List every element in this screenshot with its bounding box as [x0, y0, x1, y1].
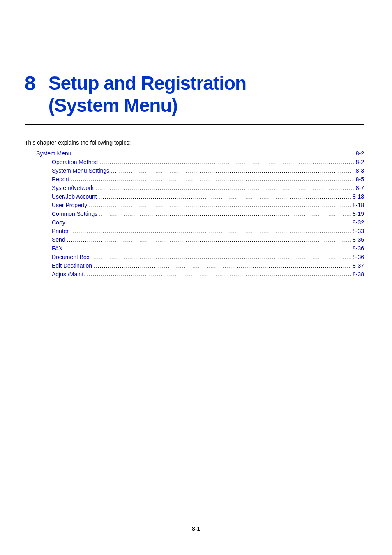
- toc-entry-label: Adjust/Maint.: [52, 270, 85, 279]
- toc-entry-label: Copy: [52, 218, 65, 227]
- toc-link[interactable]: Document Box: [52, 254, 90, 260]
- toc-link[interactable]: System/Network: [52, 185, 94, 191]
- toc-entry: Operation Method8-2: [25, 158, 364, 166]
- toc-entry: System Menu8-2: [25, 149, 364, 158]
- toc-page-link[interactable]: 8-19: [353, 210, 364, 217]
- toc-page-link[interactable]: 8-37: [353, 262, 364, 269]
- toc-leader-dots: [87, 201, 351, 210]
- toc-entry: User Property8-18: [25, 201, 364, 210]
- toc-entry-page: 8-2: [354, 158, 364, 166]
- toc-leader-dots: [71, 149, 354, 158]
- toc-entry-page: 8-37: [351, 261, 364, 270]
- chapter-title-line2: (System Menu): [48, 95, 178, 116]
- toc-link[interactable]: Edit Destination: [52, 262, 92, 269]
- toc-entry: Send8-35: [25, 236, 364, 244]
- toc-page-link[interactable]: 8-3: [356, 167, 364, 174]
- toc-entry-page: 8-32: [351, 218, 364, 227]
- toc-page-link[interactable]: 8-2: [356, 150, 364, 157]
- toc-entry-label: Send: [52, 236, 65, 244]
- toc-leader-dots: [97, 192, 351, 201]
- toc-entry-label: User Property: [52, 201, 87, 210]
- toc-entry-label: Printer: [52, 227, 69, 236]
- toc-leader-dots: [94, 184, 354, 192]
- toc-leader-dots: [69, 175, 354, 184]
- toc-link[interactable]: System Menu: [36, 150, 71, 157]
- toc-page-link[interactable]: 8-18: [353, 202, 364, 208]
- toc-link[interactable]: FAX: [52, 245, 62, 252]
- toc-page-link[interactable]: 8-38: [353, 271, 364, 278]
- toc-entry: Common Settings8-19: [25, 210, 364, 218]
- toc-page-link[interactable]: 8-33: [353, 228, 364, 234]
- chapter-title-line1: Setup and Registration: [48, 72, 246, 94]
- toc-entry-page: 8-3: [354, 166, 364, 175]
- toc-leader-dots: [65, 218, 351, 227]
- toc-leader-dots: [98, 158, 354, 166]
- toc-page-link[interactable]: 8-18: [353, 193, 364, 200]
- toc-entry: Printer8-33: [25, 227, 364, 236]
- toc-entry-label: User/Job Account: [52, 192, 97, 201]
- chapter-heading: 8 Setup and Registration (System Menu): [25, 72, 364, 117]
- toc-leader-dots: [97, 210, 351, 218]
- toc-entry: Document Box8-36: [25, 253, 364, 261]
- toc-entry: Adjust/Maint.8-38: [25, 270, 364, 279]
- toc-page-link[interactable]: 8-2: [356, 159, 364, 165]
- toc-entry-label: Operation Method: [52, 158, 98, 166]
- toc-entry-page: 8-19: [351, 210, 364, 218]
- toc-link[interactable]: User Property: [52, 202, 87, 208]
- toc-page-link[interactable]: 8-36: [353, 254, 364, 260]
- toc-page-link[interactable]: 8-5: [356, 176, 364, 183]
- toc-leader-dots: [62, 244, 351, 253]
- toc-leader-dots: [109, 166, 354, 175]
- toc-entry-page: 8-36: [351, 253, 364, 261]
- toc-link[interactable]: Send: [52, 236, 65, 243]
- toc-entry: Copy8-32: [25, 218, 364, 227]
- toc-entry-label: System/Network: [52, 184, 94, 192]
- toc-entry-page: 8-2: [354, 149, 364, 158]
- toc-link[interactable]: Common Settings: [52, 210, 97, 217]
- toc-entry-label: Common Settings: [52, 210, 97, 218]
- toc-page-link[interactable]: 8-35: [353, 236, 364, 243]
- toc-entry-page: 8-7: [354, 184, 364, 192]
- toc-entry-page: 8-5: [354, 175, 364, 184]
- intro-text: This chapter explains the following topi…: [25, 139, 364, 146]
- toc-entry-label: Report: [52, 175, 69, 184]
- toc-link[interactable]: Copy: [52, 219, 65, 226]
- toc-link[interactable]: Report: [52, 176, 69, 183]
- toc-entry: System/Network8-7: [25, 184, 364, 192]
- toc-entry-label: FAX: [52, 244, 62, 253]
- toc-leader-dots: [90, 253, 351, 261]
- toc-entry-label: Document Box: [52, 253, 90, 261]
- toc-entry-label: System Menu Settings: [52, 166, 109, 175]
- page-number: 8-1: [0, 525, 392, 532]
- toc-entry-page: 8-35: [351, 236, 364, 244]
- toc-link[interactable]: Adjust/Maint.: [52, 271, 85, 278]
- toc-entry-label: System Menu: [36, 149, 71, 158]
- toc-page-link[interactable]: 8-36: [353, 245, 364, 252]
- toc-entry-page: 8-18: [351, 201, 364, 210]
- toc-entry: Edit Destination8-37: [25, 261, 364, 270]
- toc-leader-dots: [85, 270, 351, 279]
- toc-entry: User/Job Account8-18: [25, 192, 364, 201]
- chapter-title: Setup and Registration (System Menu): [48, 72, 246, 117]
- toc-page-link[interactable]: 8-7: [356, 185, 364, 191]
- table-of-contents: System Menu8-2Operation Method8-2System …: [25, 149, 364, 279]
- toc-leader-dots: [69, 227, 351, 236]
- toc-entry: FAX8-36: [25, 244, 364, 253]
- toc-entry: System Menu Settings8-3: [25, 166, 364, 175]
- toc-leader-dots: [65, 236, 351, 244]
- toc-entry-page: 8-36: [351, 244, 364, 253]
- toc-page-link[interactable]: 8-32: [353, 219, 364, 226]
- toc-link[interactable]: System Menu Settings: [52, 167, 109, 174]
- toc-entry-page: 8-38: [351, 270, 364, 279]
- toc-link[interactable]: User/Job Account: [52, 193, 97, 200]
- toc-link[interactable]: Printer: [52, 228, 69, 234]
- toc-leader-dots: [92, 261, 351, 270]
- toc-entry-page: 8-33: [351, 227, 364, 236]
- chapter-number: 8: [25, 74, 35, 93]
- toc-entry-page: 8-18: [351, 192, 364, 201]
- divider: [25, 124, 364, 125]
- toc-entry-label: Edit Destination: [52, 261, 92, 270]
- toc-entry: Report8-5: [25, 175, 364, 184]
- toc-link[interactable]: Operation Method: [52, 159, 98, 165]
